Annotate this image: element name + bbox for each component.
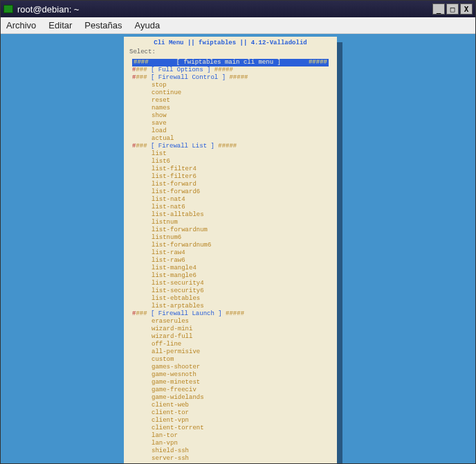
tui-item[interactable]: list-forward bbox=[132, 181, 329, 188]
tui-item[interactable]: list-filter6 bbox=[132, 173, 329, 181]
tui-item[interactable]: list-raw6 bbox=[132, 257, 329, 265]
tui-item[interactable]: game-wesnoth bbox=[132, 371, 329, 379]
tui-item[interactable]: client-tor bbox=[132, 409, 329, 417]
tui-item[interactable]: lan-tor bbox=[132, 432, 329, 440]
tui-item[interactable]: list-ebtables bbox=[132, 295, 329, 303]
terminal-area[interactable]: Cli Menu || fwiptables || 4.12-Valladoli… bbox=[1, 34, 475, 463]
tui-item[interactable]: off-line bbox=[132, 341, 329, 348]
menu-archivo[interactable]: Archivo bbox=[6, 20, 36, 30]
tui-item[interactable]: listnum bbox=[132, 219, 329, 226]
tui-item[interactable]: game-freeciv bbox=[132, 386, 329, 394]
tui-item[interactable]: list-forwardnum6 bbox=[132, 242, 329, 249]
menubar: Archivo Editar Pestañas Ayuda bbox=[1, 17, 475, 34]
tui-section-header[interactable]: #### [ Firewall Launch ] ##### bbox=[132, 310, 329, 318]
tui-item[interactable]: client-torrent bbox=[132, 425, 329, 432]
tui-section-header[interactable]: #### [ Full Options ] ##### bbox=[132, 66, 329, 74]
tui-list[interactable]: #### [ fwiptables main cli menu ] ##### … bbox=[128, 57, 333, 463]
tui-item[interactable]: list-arptables bbox=[132, 303, 329, 310]
tui-item[interactable]: client-web bbox=[132, 402, 329, 409]
tui-item[interactable]: list-forward6 bbox=[132, 188, 329, 196]
tui-item[interactable]: names bbox=[132, 105, 329, 112]
tui-selected-row[interactable]: #### [ fwiptables main cli menu ] ##### bbox=[132, 59, 329, 66]
tui-item[interactable]: reset bbox=[132, 97, 329, 105]
tui-item[interactable]: actual bbox=[132, 135, 329, 143]
titlebar[interactable]: root@debian: ~ _ □ X bbox=[1, 1, 475, 17]
tui-item[interactable]: list-security6 bbox=[132, 287, 329, 295]
minimize-button[interactable]: _ bbox=[432, 3, 445, 15]
tui-item[interactable]: game-widelands bbox=[132, 394, 329, 402]
tui-item[interactable]: stop bbox=[132, 82, 329, 89]
tui-section-header[interactable]: #### [ Firewall List ] ##### bbox=[132, 143, 329, 150]
tui-item[interactable]: list-nat6 bbox=[132, 204, 329, 211]
tui-item[interactable]: shield-ssh bbox=[132, 447, 329, 455]
close-button[interactable]: X bbox=[460, 3, 473, 15]
menu-ayuda[interactable]: Ayuda bbox=[135, 20, 161, 30]
tui-title: Cli Menu || fwiptables || 4.12-Valladoli… bbox=[128, 39, 333, 47]
maximize-button[interactable]: □ bbox=[446, 3, 459, 15]
window-title: root@debian: ~ bbox=[17, 4, 79, 15]
tui-item[interactable]: list-alltables bbox=[132, 211, 329, 219]
window-controls: _ □ X bbox=[432, 3, 473, 15]
menu-editar[interactable]: Editar bbox=[48, 20, 72, 30]
tui-item[interactable]: show bbox=[132, 112, 329, 120]
tui-item[interactable]: list-filter4 bbox=[132, 166, 329, 173]
tui-item[interactable]: list bbox=[132, 150, 329, 158]
terminal-icon bbox=[3, 5, 13, 13]
tui-item[interactable]: list-raw4 bbox=[132, 249, 329, 257]
tui-item[interactable]: list-mangle4 bbox=[132, 265, 329, 272]
tui-item[interactable]: lan-vpn bbox=[132, 440, 329, 447]
tui-item[interactable]: list-security4 bbox=[132, 280, 329, 287]
tui-item[interactable]: games-shooter bbox=[132, 364, 329, 371]
tui-item[interactable]: all-permisive bbox=[132, 348, 329, 356]
tui-dialog: Cli Menu || fwiptables || 4.12-Valladoli… bbox=[124, 37, 337, 463]
tui-item[interactable]: list6 bbox=[132, 158, 329, 166]
tui-item[interactable]: custom bbox=[132, 356, 329, 364]
tui-item[interactable]: save bbox=[132, 120, 329, 127]
tui-item[interactable]: list-nat4 bbox=[132, 196, 329, 204]
tui-item[interactable]: game-minetest bbox=[132, 379, 329, 386]
tui-item[interactable]: listnum6 bbox=[132, 234, 329, 242]
tui-select-label: Select: bbox=[128, 47, 333, 57]
tui-item[interactable]: load bbox=[132, 127, 329, 135]
tui-item[interactable]: list-forwardnum bbox=[132, 226, 329, 234]
tui-item[interactable]: eraserules bbox=[132, 318, 329, 325]
terminal-window: root@debian: ~ _ □ X Archivo Editar Pest… bbox=[0, 0, 476, 464]
tui-item[interactable]: wizard-mini bbox=[132, 325, 329, 333]
tui-item[interactable]: server-ssh bbox=[132, 455, 329, 463]
tui-item[interactable]: client-vpn bbox=[132, 417, 329, 425]
tui-item[interactable]: wizard-full bbox=[132, 333, 329, 341]
tui-item[interactable]: list-mangle6 bbox=[132, 272, 329, 280]
tui-item[interactable]: continue bbox=[132, 89, 329, 97]
tui-section-header[interactable]: #### [ Firewall Control ] ##### bbox=[132, 74, 329, 82]
menu-pestanas[interactable]: Pestañas bbox=[84, 20, 122, 30]
